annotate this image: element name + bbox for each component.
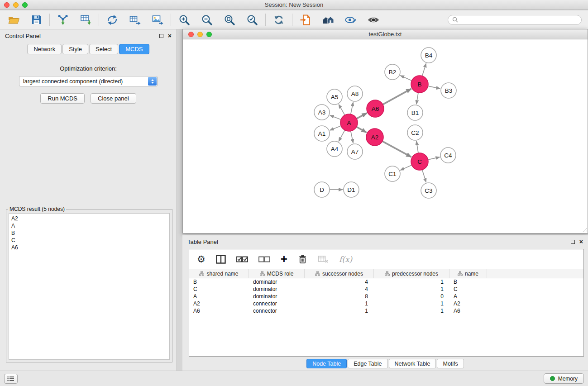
graph-edge-A-A1[interactable]: [330, 126, 341, 130]
graph-edge-C-C2[interactable]: [416, 141, 418, 153]
zoom-selected-button[interactable]: [245, 13, 259, 27]
open-session-button[interactable]: [6, 13, 21, 27]
graph-edge-A6-B[interactable]: [383, 89, 411, 105]
import-table-icon: [80, 14, 91, 26]
graph-edge-C-C1[interactable]: [400, 165, 411, 170]
table-row[interactable]: Adominator80A: [189, 293, 583, 300]
graph-edge-A-A8[interactable]: [351, 102, 353, 114]
mcds-result-item[interactable]: C: [11, 237, 167, 244]
network-maximize-button[interactable]: [206, 32, 212, 37]
graph-node-label-A8: A8: [351, 91, 359, 97]
export-table-button[interactable]: [128, 13, 142, 27]
add-row-button[interactable]: +: [281, 254, 287, 264]
table-row[interactable]: A2connector11A2: [189, 300, 583, 307]
graph-edge-B-B4[interactable]: [422, 63, 426, 76]
show-hide-button[interactable]: [366, 13, 381, 27]
graph-edge-A-A7[interactable]: [351, 131, 353, 143]
dropdown-stepper-icon[interactable]: [148, 77, 157, 86]
tab-network[interactable]: Network: [27, 44, 62, 54]
column-header-label: successor nodes: [322, 271, 363, 277]
tab-mcds[interactable]: MCDS: [119, 44, 149, 54]
run-mcds-button[interactable]: Run MCDS: [40, 93, 85, 104]
graph-edge-B-B1[interactable]: [416, 93, 418, 104]
graph-edge-A-A2[interactable]: [357, 127, 367, 132]
tab-node-table[interactable]: Node Table: [306, 359, 347, 368]
tab-network-table[interactable]: Network Table: [389, 359, 436, 368]
network-close-button[interactable]: [188, 32, 194, 37]
column-header-successor-nodes[interactable]: successor nodes: [305, 269, 374, 278]
mcds-result-list[interactable]: A2ABCA6: [9, 213, 170, 360]
memory-button[interactable]: Memory: [544, 373, 584, 384]
select-all-button[interactable]: [236, 256, 248, 263]
graph-edge-A-A5[interactable]: [339, 105, 344, 115]
criterion-dropdown[interactable]: largest connected component (directed): [19, 76, 158, 86]
import-network-from-file-button[interactable]: [56, 13, 70, 27]
mcds-result-item[interactable]: A: [11, 222, 167, 229]
network-minimize-button[interactable]: [197, 32, 203, 37]
mcds-result-item[interactable]: A2: [11, 215, 167, 222]
save-session-button[interactable]: [29, 13, 43, 27]
table-row[interactable]: Cdominator41C: [189, 286, 583, 293]
task-history-button[interactable]: [4, 374, 18, 384]
table-row[interactable]: Bdominator41B: [189, 278, 583, 286]
tab-select[interactable]: Select: [89, 44, 118, 54]
home-button[interactable]: [321, 13, 335, 27]
network-window-titlebar[interactable]: testGlobe.txt: [183, 29, 588, 39]
graph-edge-B-B3[interactable]: [428, 86, 440, 89]
graph-edge-C-C4[interactable]: [428, 157, 440, 160]
column-header-name[interactable]: name: [449, 269, 487, 278]
refresh-view-button[interactable]: [272, 13, 286, 27]
tab-motifs[interactable]: Motifs: [437, 359, 464, 368]
table-cell: B: [189, 279, 249, 285]
zoom-out-button[interactable]: [200, 13, 214, 27]
export-image-button[interactable]: [150, 13, 165, 27]
import-table-from-file-button[interactable]: [78, 13, 93, 27]
graph-edge-A-A6[interactable]: [357, 113, 367, 119]
fullscreen-window-button[interactable]: [22, 2, 28, 8]
table-cell: A6: [449, 308, 487, 314]
column-header-MCDS-role[interactable]: MCDS role: [249, 269, 305, 278]
graph-edge-A2-C[interactable]: [382, 141, 411, 157]
criterion-dropdown-value: largest connected component (directed): [19, 78, 148, 85]
close-window-button[interactable]: [4, 2, 10, 8]
graph-edge-A-A4[interactable]: [339, 130, 345, 142]
window-title: Session: New Session: [0, 0, 588, 10]
trash-icon: [298, 254, 307, 264]
network-canvas[interactable]: B4B2BB3A5A8A6B1A3AC2A1A2A4A7C4CC1C3DD1: [183, 40, 588, 233]
style-preview-button[interactable]: [344, 13, 358, 27]
minimize-window-button[interactable]: [13, 2, 19, 8]
graph-edge-A-A3[interactable]: [330, 115, 341, 119]
resize-handle[interactable]: [582, 227, 587, 233]
close-table-panel-icon[interactable]: ×: [579, 238, 583, 245]
zoom-fit-button[interactable]: [222, 13, 237, 27]
search-input[interactable]: [461, 17, 577, 23]
column-header-label: shared name: [206, 271, 238, 277]
delete-row-button[interactable]: [298, 254, 307, 264]
search-box[interactable]: [448, 15, 582, 25]
float-table-panel-icon[interactable]: [571, 240, 575, 244]
mcds-result-item[interactable]: B: [11, 229, 167, 237]
table-cell: B: [449, 279, 487, 285]
graph-node-label-A7: A7: [351, 148, 359, 155]
deselect-all-button[interactable]: [258, 256, 270, 263]
table-header-row: shared nameMCDS rolesuccessor nodesprede…: [189, 269, 583, 278]
column-header-predecessor-nodes[interactable]: predecessor nodes: [374, 269, 449, 278]
graph-edge-B-B2[interactable]: [400, 76, 411, 81]
function-builder-button: f(x): [339, 255, 352, 264]
close-panel-button[interactable]: Close panel: [91, 93, 136, 104]
graph-edge-C-C3[interactable]: [422, 170, 426, 182]
close-panel-icon[interactable]: ×: [168, 33, 172, 39]
mcds-result-item[interactable]: A6: [11, 244, 167, 251]
column-header-shared-name[interactable]: shared name: [189, 269, 249, 278]
export-network-button[interactable]: [105, 13, 120, 27]
table-settings-button[interactable]: ⚙: [197, 254, 206, 264]
table-row[interactable]: A6connector11A6: [189, 307, 583, 315]
export-document-button[interactable]: [298, 13, 313, 27]
traffic-lights: [4, 2, 28, 8]
zoom-in-button[interactable]: [177, 13, 191, 27]
float-panel-icon[interactable]: [159, 34, 163, 38]
tab-style[interactable]: Style: [62, 44, 88, 54]
network-graph[interactable]: B4B2BB3A5A8A6B1A3AC2A1A2A4A7C4CC1C3DD1: [183, 40, 587, 234]
tab-edge-table[interactable]: Edge Table: [348, 359, 387, 368]
show-columns-button[interactable]: [216, 255, 226, 264]
